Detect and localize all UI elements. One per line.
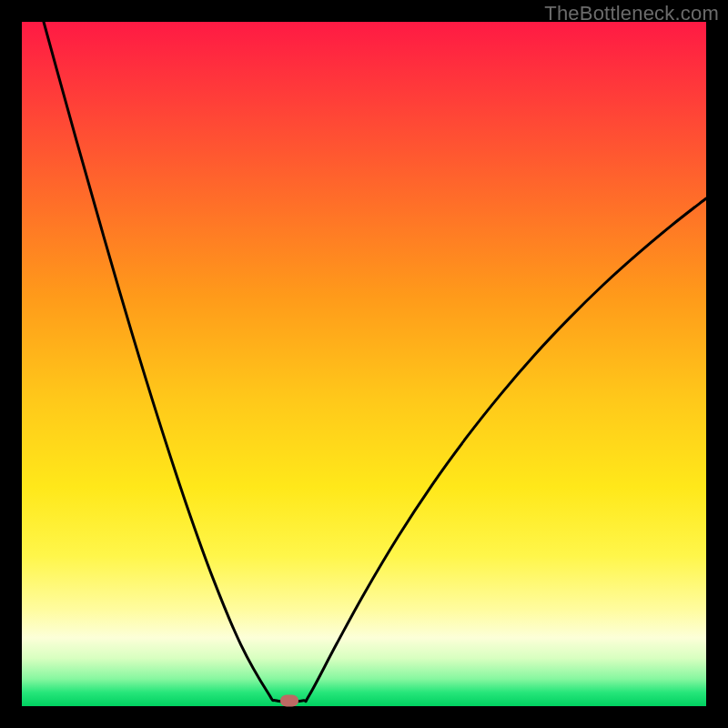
outer-frame: TheBottleneck.com	[0, 0, 728, 728]
trough-marker	[280, 694, 298, 706]
bottleneck-curve	[44, 22, 706, 702]
watermark-text: TheBottleneck.com	[544, 2, 719, 25]
curve-layer	[22, 22, 706, 706]
